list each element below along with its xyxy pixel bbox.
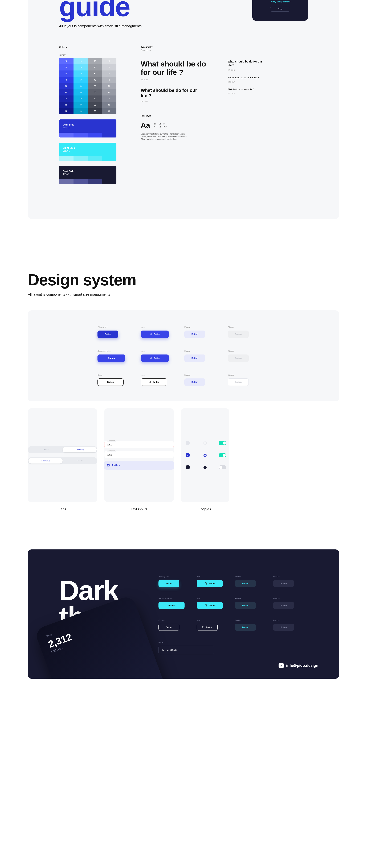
dark-enable-button[interactable]: Button: [235, 602, 256, 609]
tab-following[interactable]: Following: [28, 458, 62, 464]
label-icon: Icon: [141, 326, 182, 328]
palette-swatch: 20: [74, 64, 88, 70]
toggles-card: ✓: [181, 408, 229, 502]
toggle-on[interactable]: [219, 453, 226, 457]
h4-sample: What should be do for our life ?: [228, 76, 262, 79]
dark-disable-button: Button: [273, 580, 294, 587]
palette-swatch: 60: [88, 89, 102, 95]
palette-swatch: 20: [88, 64, 102, 70]
enable-button[interactable]: Button: [185, 378, 205, 386]
icon-outline-button[interactable]: Button: [141, 378, 167, 386]
secondary-button[interactable]: Button: [97, 354, 125, 362]
disable-button: Button: [228, 378, 249, 386]
page-subtitle: All layout is components with smart size…: [59, 24, 146, 28]
primary-button[interactable]: Button: [97, 331, 118, 338]
palette-swatch: 90: [88, 108, 102, 114]
color-card-hex: 191A32: [63, 173, 113, 175]
checkbox-dark[interactable]: [186, 465, 190, 469]
mockup-link[interactable]: Privacy and agreements: [270, 1, 290, 3]
calendar-icon: [107, 464, 110, 467]
color-card: Dark Side191A32: [59, 166, 116, 184]
dark-icon-outline-button[interactable]: Button: [197, 624, 218, 631]
mail-icon: ✉: [279, 663, 284, 668]
enable-button[interactable]: Button: [185, 331, 205, 338]
icon-button[interactable]: Button: [141, 354, 169, 362]
text-input[interactable]: First name: [104, 451, 174, 458]
tab-trends[interactable]: Trends: [62, 458, 96, 464]
palette-swatch: 20: [102, 64, 117, 70]
dark-icon-button[interactable]: Button: [197, 580, 223, 587]
toggle-off[interactable]: [219, 465, 226, 469]
toggle-on[interactable]: [219, 441, 226, 445]
color-card-name: Dark Blue: [63, 123, 113, 126]
palette-swatch: 30: [88, 70, 102, 77]
label-enable: Enable: [185, 350, 226, 352]
dark-icon-button[interactable]: Button: [197, 602, 223, 609]
palette-swatch: 70: [74, 95, 88, 102]
h1-sample: What should be do for our life ?: [141, 60, 210, 77]
label-icon: Icon: [141, 374, 182, 376]
radio-off[interactable]: [203, 441, 207, 444]
label-icon: Icon: [197, 619, 231, 621]
palette-swatch: 40: [74, 77, 88, 83]
label-primary-size: Primary size: [97, 326, 139, 328]
toggles-caption: Toggles: [181, 507, 229, 511]
palette-swatch: 90: [59, 108, 74, 114]
section-style-guide: Privacy and agreements Photo guide All l…: [0, 0, 367, 253]
tab-trends[interactable]: Trends: [28, 447, 62, 453]
text-input-error[interactable]: First name: [104, 441, 174, 448]
contact-email[interactable]: ✉ info@piqo.design: [279, 663, 318, 668]
section-dark-theme: Dark theme Primary size Button Icon Butt…: [28, 550, 339, 679]
mockup-cta-button[interactable]: Photo: [270, 7, 290, 12]
icon-button[interactable]: Button: [141, 331, 169, 338]
radio-dark[interactable]: [203, 466, 207, 469]
color-card-hex: 35E9F7: [63, 150, 113, 152]
outline-button[interactable]: Button: [97, 378, 123, 386]
field-label: First name: [107, 450, 116, 452]
disable-button: Button: [228, 331, 249, 338]
aa-specimen: Aa: [141, 121, 150, 129]
bookmarks-row[interactable]: Bookmarks ›: [159, 646, 214, 654]
buttons-card: Primary size Button Icon Button Enable B…: [28, 310, 339, 401]
dark-disable-button: Button: [273, 624, 294, 631]
dark-enable-button[interactable]: Button: [235, 624, 256, 631]
tabs-card: Trends Following Following Trends: [28, 408, 97, 502]
color-card-hex: 2934D0: [63, 126, 113, 129]
section-design-system: Design system All layout is components w…: [0, 253, 367, 529]
tab-following[interactable]: Following: [62, 447, 96, 453]
palette-swatch: 60: [74, 89, 88, 95]
text-placeholder-field[interactable]: Text here ...: [104, 461, 174, 470]
color-card-name: Light Blue: [63, 147, 113, 149]
first-name-input[interactable]: [107, 443, 171, 446]
dark-secondary-button[interactable]: Button: [159, 602, 185, 609]
palette-swatch: 40: [59, 77, 74, 83]
field-label: First name: [107, 440, 116, 442]
palette-swatch: 30: [74, 70, 88, 77]
inputs-caption: Text inputs: [104, 507, 174, 511]
label-enable: Enable: [235, 619, 270, 621]
checkbox-off[interactable]: [186, 441, 190, 445]
color-card-shades: [59, 133, 116, 137]
label-outline: Outline: [97, 374, 139, 376]
dark-primary-button[interactable]: Button: [159, 580, 179, 587]
bookmark-icon: [149, 333, 152, 335]
style-guide-card: Privacy and agreements Photo guide All l…: [28, 0, 339, 219]
first-name-input[interactable]: [107, 454, 171, 456]
palette-swatch: 10: [102, 58, 117, 64]
font-style-heading: Font Style: [141, 115, 210, 117]
label-disable: Disable: [228, 326, 270, 328]
lorem-text: Mostly confined to home during this exte…: [141, 133, 191, 141]
typography-font-name: SK-Modernist: [141, 49, 308, 51]
tab-group: Following Trends: [28, 457, 97, 464]
palette-swatch: 70: [59, 95, 74, 102]
label-enable: Enable: [235, 576, 270, 578]
palette-swatch: 70: [102, 95, 117, 102]
svg-rect-0: [107, 464, 110, 466]
radio-on[interactable]: [203, 454, 207, 457]
dark-outline-button[interactable]: Button: [159, 624, 179, 631]
enable-button[interactable]: Button: [185, 354, 205, 362]
dark-enable-button[interactable]: Button: [235, 580, 256, 587]
palette-swatch: 90: [74, 108, 88, 114]
dark-disable-button: Button: [273, 602, 294, 609]
checkbox-on[interactable]: ✓: [186, 453, 190, 457]
